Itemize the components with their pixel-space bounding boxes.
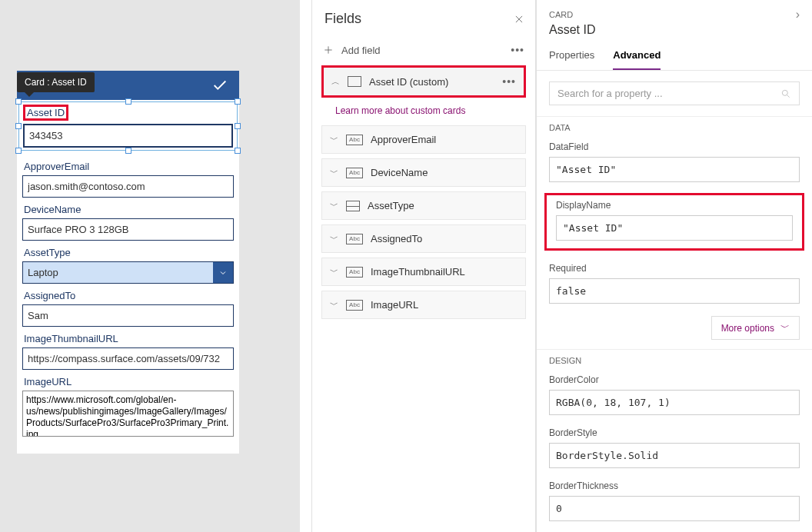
svg-point-0 xyxy=(782,90,787,95)
field-item-approver-email[interactable]: ﹀ Abc ApproverEmail xyxy=(321,125,526,154)
field-item-label: Asset ID (custom) xyxy=(369,76,448,88)
page-title: Asset ID xyxy=(537,23,812,45)
prop-label: BorderColor xyxy=(549,374,800,385)
prop-input-bordercolor[interactable] xyxy=(549,390,800,415)
card-assigned-to[interactable]: AssignedTo xyxy=(21,290,235,327)
card-image-url[interactable]: ImageURL xyxy=(21,376,235,440)
more-options-label: More options xyxy=(721,323,774,334)
chevron-down-icon: ﹀ xyxy=(330,266,338,278)
field-input-asset-id[interactable] xyxy=(23,124,233,148)
card-type-icon xyxy=(348,76,361,87)
chevron-down-icon: ﹀ xyxy=(330,299,338,311)
text-type-icon: Abc xyxy=(346,267,363,278)
resize-handle[interactable] xyxy=(15,123,22,129)
resize-handle[interactable] xyxy=(125,98,131,105)
field-item-label: DeviceName xyxy=(371,167,428,178)
field-label: ApproverEmail xyxy=(24,161,234,172)
prop-borderstyle: BorderStyle xyxy=(537,423,812,476)
text-type-icon: Abc xyxy=(346,168,363,178)
resize-handle[interactable] xyxy=(15,98,22,105)
text-type-icon: Abc xyxy=(346,234,363,244)
prop-input-borderstyle[interactable] xyxy=(549,443,800,468)
plus-icon xyxy=(323,45,334,55)
breadcrumb: CARD xyxy=(549,10,573,19)
field-input-image-thumb[interactable] xyxy=(22,347,234,370)
field-item-label: ImageThumbnailURL xyxy=(371,266,465,278)
chevron-down-icon: ﹀ xyxy=(330,167,338,178)
field-label: AssignedTo xyxy=(24,290,234,301)
resize-handle[interactable] xyxy=(125,148,131,154)
prop-label: DataField xyxy=(549,141,800,152)
field-label: ImageURL xyxy=(24,376,234,387)
search-placeholder: Search for a property ... xyxy=(557,88,663,99)
card-device-name[interactable]: DeviceName xyxy=(21,204,235,241)
field-input-approver-email[interactable] xyxy=(22,175,234,198)
search-input[interactable]: Search for a property ... xyxy=(549,81,800,105)
field-item-image-thumb[interactable]: ﹀ Abc ImageThumbnailURL xyxy=(321,258,526,286)
field-item-device-name[interactable]: ﹀ Abc DeviceName xyxy=(321,158,526,187)
card-asset-type[interactable]: AssetType Laptop xyxy=(21,247,235,284)
chevron-down-icon: ﹀ xyxy=(330,200,338,211)
prop-datafield: DataField xyxy=(537,137,812,190)
field-item-asset-type[interactable]: ﹀ AssetType xyxy=(321,191,526,220)
field-input-device-name[interactable] xyxy=(22,218,234,241)
card-image-thumb[interactable]: ImageThumbnailURL xyxy=(21,333,235,370)
tab-advanced[interactable]: Advanced xyxy=(613,45,661,70)
resize-handle[interactable] xyxy=(15,148,22,154)
select-value: Laptop xyxy=(23,262,213,283)
prop-input-required[interactable] xyxy=(549,278,800,304)
prop-displayname-highlight: DisplayName xyxy=(544,193,804,251)
properties-panel: CARD › Asset ID Properties Advanced Sear… xyxy=(536,0,812,532)
field-item-label: ApproverEmail xyxy=(371,134,436,145)
prop-input-datafield[interactable] xyxy=(549,157,800,182)
resize-handle[interactable] xyxy=(235,148,241,154)
resize-handle[interactable] xyxy=(235,123,241,129)
tab-properties[interactable]: Properties xyxy=(549,45,594,70)
close-icon[interactable] xyxy=(514,14,524,25)
learn-more-link[interactable]: Learn more about custom cards xyxy=(321,102,526,125)
field-item-asset-id[interactable]: ︿ Asset ID (custom) ••• xyxy=(321,65,526,98)
field-item-label: ImageURL xyxy=(371,299,418,311)
prop-input-displayname[interactable] xyxy=(556,215,793,241)
field-select-asset-type[interactable]: Laptop xyxy=(22,261,234,284)
add-field-label: Add field xyxy=(341,45,381,56)
field-item-assigned-to[interactable]: ﹀ Abc AssignedTo xyxy=(321,224,526,253)
card-approver-email[interactable]: ApproverEmail xyxy=(21,161,235,198)
chevron-right-icon[interactable]: › xyxy=(796,8,800,22)
prop-bordercolor: BorderColor xyxy=(537,370,812,423)
field-label-asset-id: Asset ID xyxy=(23,105,68,121)
design-canvas: Card : Asset ID Asset ID ApproverEmail D… xyxy=(0,0,300,532)
chevron-down-icon: ﹀ xyxy=(330,134,338,145)
selection-tooltip: Card : Asset ID xyxy=(17,72,95,92)
field-input-image-url[interactable] xyxy=(22,391,234,437)
prop-borderthickness: BorderThickness xyxy=(537,476,812,529)
prop-required: Required xyxy=(537,258,812,311)
text-type-icon: Abc xyxy=(346,135,363,145)
more-options-button[interactable]: More options ﹀ xyxy=(711,316,800,340)
field-item-image-url[interactable]: ﹀ Abc ImageURL xyxy=(321,291,526,319)
prop-label: BorderThickness xyxy=(549,480,800,491)
card-asset-id[interactable]: Asset ID xyxy=(18,101,238,151)
text-type-icon: Abc xyxy=(346,300,363,311)
more-icon[interactable]: ••• xyxy=(511,44,524,56)
field-item-label: AssignedTo xyxy=(371,233,422,244)
search-icon xyxy=(780,88,791,99)
more-icon[interactable]: ••• xyxy=(502,75,516,88)
prop-label: Required xyxy=(549,263,800,274)
chevron-down-icon: ﹀ xyxy=(330,233,338,244)
prop-label: BorderStyle xyxy=(549,427,800,438)
prop-label: DisplayName xyxy=(556,200,793,211)
chevron-down-icon[interactable] xyxy=(213,262,233,283)
fields-list: ︿ Asset ID (custom) ••• Learn more about… xyxy=(312,65,535,319)
section-data: DATA xyxy=(537,116,812,137)
prop-input-borderthickness[interactable] xyxy=(549,496,800,521)
checkmark-icon[interactable] xyxy=(211,77,228,94)
field-input-assigned-to[interactable] xyxy=(22,304,234,327)
fields-panel-title: Fields xyxy=(324,11,361,27)
field-label: AssetType xyxy=(24,247,234,258)
tabs: Properties Advanced xyxy=(537,45,812,71)
chevron-up-icon: ︿ xyxy=(331,76,340,88)
add-field-button[interactable]: Add field xyxy=(323,45,381,56)
resize-handle[interactable] xyxy=(235,98,241,105)
field-item-label: AssetType xyxy=(368,200,414,211)
